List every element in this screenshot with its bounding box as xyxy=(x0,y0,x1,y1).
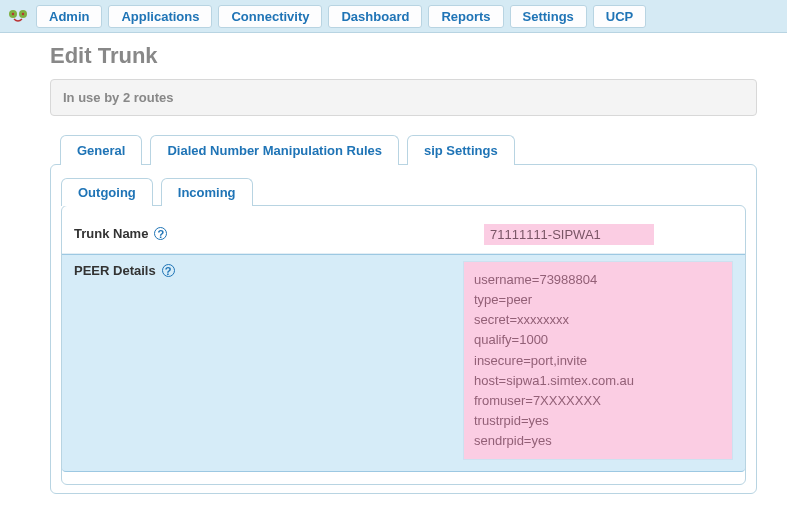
trunk-name-label-text: Trunk Name xyxy=(74,226,148,241)
tab-general[interactable]: General xyxy=(60,135,142,165)
nav-settings[interactable]: Settings xyxy=(510,5,587,28)
page-body: Edit Trunk In use by 2 routes General Di… xyxy=(0,33,787,494)
main-tabrow: General Dialed Number Manipulation Rules… xyxy=(60,134,757,164)
sip-settings-panel: Outgoing Incoming Trunk Name ? PEER Deta… xyxy=(50,164,757,494)
peer-details-textarea[interactable] xyxy=(463,261,733,460)
outgoing-panel: Trunk Name ? PEER Details ? xyxy=(61,205,746,485)
svg-point-2 xyxy=(12,13,14,15)
tab-sip-settings[interactable]: sip Settings xyxy=(407,135,515,165)
topbar: Admin Applications Connectivity Dashboar… xyxy=(0,0,787,33)
subtab-row: Outgoing Incoming xyxy=(61,177,746,205)
svg-point-3 xyxy=(22,13,24,15)
subtab-outgoing[interactable]: Outgoing xyxy=(61,178,153,206)
nav-reports[interactable]: Reports xyxy=(428,5,503,28)
page-title: Edit Trunk xyxy=(50,43,757,69)
trunk-name-field xyxy=(484,224,733,245)
usage-alert: In use by 2 routes xyxy=(50,79,757,116)
row-peer-details: PEER Details ? xyxy=(62,254,745,472)
peer-details-label: PEER Details ? xyxy=(74,261,463,278)
row-trunk-name: Trunk Name ? xyxy=(62,218,745,254)
nav-dashboard[interactable]: Dashboard xyxy=(328,5,422,28)
trunk-name-label: Trunk Name ? xyxy=(74,224,484,241)
help-icon[interactable]: ? xyxy=(154,227,167,240)
trunk-name-input[interactable] xyxy=(484,224,654,245)
help-icon[interactable]: ? xyxy=(162,264,175,277)
peer-details-field xyxy=(463,261,733,463)
tab-dialed-rules[interactable]: Dialed Number Manipulation Rules xyxy=(150,135,399,165)
nav-ucp[interactable]: UCP xyxy=(593,5,646,28)
nav-connectivity[interactable]: Connectivity xyxy=(218,5,322,28)
nav-admin[interactable]: Admin xyxy=(36,5,102,28)
logo-icon xyxy=(6,4,30,28)
peer-details-label-text: PEER Details xyxy=(74,263,156,278)
subtab-incoming[interactable]: Incoming xyxy=(161,178,253,206)
nav-applications[interactable]: Applications xyxy=(108,5,212,28)
